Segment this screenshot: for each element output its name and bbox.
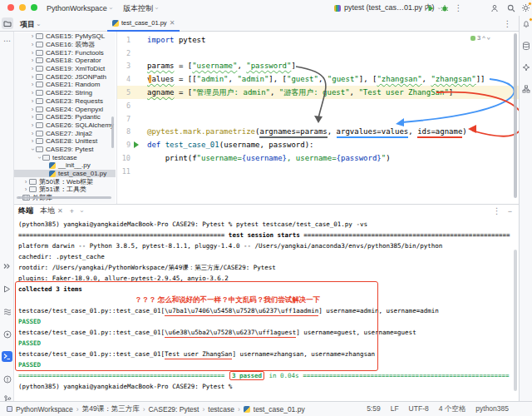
- ai-assistant-button[interactable]: [521, 62, 531, 72]
- tree-chevron-icon[interactable]: ›: [29, 106, 36, 113]
- text-segment: ]]: [476, 75, 485, 83]
- tree-item[interactable]: ›第51课：工具类: [14, 186, 116, 194]
- tree-item[interactable]: ›testcase: [14, 153, 116, 161]
- run-anything-button[interactable]: [2, 329, 12, 339]
- database-button[interactable]: [521, 41, 531, 51]
- tree-item[interactable]: ›CASE20: JSONPath: [14, 72, 116, 81]
- user-button[interactable]: [489, 2, 500, 13]
- notifications-button[interactable]: [521, 19, 531, 29]
- text-segment: ,: [328, 127, 337, 136]
- tree-chevron-icon[interactable]: ›: [29, 65, 36, 72]
- new-session-button[interactable]: +: [70, 207, 74, 215]
- python-interpreter[interactable]: python385: [475, 404, 509, 414]
- tree-chevron-icon[interactable]: ›: [29, 89, 36, 97]
- services-button[interactable]: [2, 306, 12, 317]
- tree-chevron-icon[interactable]: ›: [29, 130, 36, 137]
- tree-chevron-icon[interactable]: ›: [29, 41, 36, 48]
- tree-item[interactable]: ›CASE21: Random: [14, 81, 116, 89]
- tree-vertical-scrollbar[interactable]: [111, 116, 114, 148]
- breadcrumb-item[interactable]: testcase: [208, 405, 234, 414]
- services-icon: [3, 308, 12, 316]
- tree-chevron-icon[interactable]: ›: [29, 73, 36, 81]
- inspections-widget[interactable]: 3 ^ ^: [470, 34, 490, 42]
- tree-item[interactable]: ›CASE29: Pytest: [14, 146, 116, 154]
- structure-button[interactable]: [521, 84, 531, 94]
- tree-item[interactable]: ›CASE19: XmlToDict: [14, 65, 116, 73]
- workspace-menu[interactable]: PythonWorkspace ›: [47, 3, 112, 13]
- close-button[interactable]: [7, 4, 14, 11]
- tree-chevron-icon[interactable]: ›: [29, 57, 36, 64]
- tree-item[interactable]: ›CASE24: Openpyxl: [14, 105, 116, 113]
- vcs-menu[interactable]: 版本控制 ›: [123, 3, 158, 13]
- indent-setting[interactable]: 4 个空格: [439, 404, 466, 414]
- terminal-options-button[interactable]: ⋮: [493, 206, 501, 215]
- breadcrumb-item[interactable]: CASE29: Pytest: [148, 405, 199, 414]
- terminal-tab[interactable]: 本地 ✕: [40, 206, 63, 216]
- tab-options-button[interactable]: ⋮: [502, 18, 513, 29]
- more-tools-button[interactable]: ⋯: [2, 35, 12, 46]
- zoom-button[interactable]: [31, 4, 37, 11]
- file-encoding[interactable]: UTF-8: [409, 404, 429, 414]
- run-tool-button[interactable]: [2, 284, 12, 295]
- text-segment: "username": [192, 62, 237, 70]
- terminal-scrollbar[interactable]: [514, 250, 517, 391]
- terminal-output[interactable]: (python385) yangkai@yangkaideMacBook-Pro…: [14, 217, 514, 400]
- tree-chevron-icon[interactable]: ›: [29, 81, 36, 88]
- tree-item-label: CASE29: Pytest: [46, 146, 93, 153]
- user-icon: [490, 4, 499, 12]
- tree-chevron-icon[interactable]: ›: [36, 154, 43, 161]
- tree-item[interactable]: ›CASE17: Functools: [14, 48, 116, 57]
- tree-horizontal-scrollbar[interactable]: [17, 196, 111, 199]
- editor-scrollbar[interactable]: [514, 33, 517, 198]
- run-button[interactable]: [425, 2, 436, 13]
- tree-chevron-icon[interactable]: ›: [22, 186, 29, 193]
- caret-position[interactable]: 5:59: [367, 404, 381, 414]
- tree-item[interactable]: ›CASE25: Pydantic: [14, 113, 116, 121]
- debug-button[interactable]: [439, 2, 450, 13]
- close-icon[interactable]: ✕: [57, 207, 63, 215]
- hide-panel-button[interactable]: −: [508, 207, 512, 215]
- text-segment: ,: [350, 88, 359, 97]
- problems-button[interactable]: [2, 374, 12, 384]
- tree-chevron-icon[interactable]: ›: [22, 178, 29, 186]
- tree-chevron-icon[interactable]: ›: [29, 32, 36, 40]
- tree-item[interactable]: ›CASE28: Unittest: [14, 137, 116, 146]
- search-button[interactable]: [505, 2, 516, 13]
- tree-item[interactable]: ›CASE18: Operator: [14, 57, 116, 65]
- tree-chevron-icon[interactable]: ›: [29, 146, 37, 152]
- close-icon[interactable]: ✕: [170, 19, 175, 27]
- tree-chevron-icon[interactable]: ›: [29, 121, 36, 129]
- terminal-button[interactable]: [2, 351, 12, 362]
- settings-button[interactable]: [520, 2, 531, 13]
- next-problem-icon[interactable]: ^: [487, 34, 490, 42]
- chevron-down-icon[interactable]: ›: [78, 210, 85, 212]
- more-actions-button[interactable]: ⋮: [453, 2, 464, 13]
- breadcrumb-item[interactable]: test_case_01.py: [254, 405, 305, 414]
- text-segment: ,: [237, 62, 246, 70]
- tree-chevron-icon[interactable]: ›: [29, 97, 36, 105]
- project-panel-header[interactable]: 项目 ›: [20, 19, 40, 30]
- code-editor[interactable]: 1import pytest23params = ["username", "p…: [116, 32, 519, 204]
- breadcrumb-item[interactable]: 第49课：第三方库: [82, 404, 140, 414]
- code-area: 1import pytest23params = ["username", "p…: [117, 33, 519, 178]
- line-ending[interactable]: LF: [391, 404, 399, 414]
- tree-item[interactable]: ›__init__.py: [14, 161, 116, 170]
- minimize-button[interactable]: [19, 4, 26, 11]
- tree-item-label: __init__.py: [58, 161, 91, 169]
- tree-item[interactable]: ›CASE22: String: [14, 89, 116, 97]
- tree-item[interactable]: ›CASE23: Requests: [14, 97, 116, 106]
- tree-chevron-icon[interactable]: ›: [29, 49, 36, 57]
- breadcrumb-item[interactable]: PythonWorkspace: [16, 405, 73, 414]
- notification-dot: [529, 17, 532, 22]
- tree-item[interactable]: ›CASE27: Jinja2: [14, 129, 116, 137]
- run-test-icon[interactable]: [131, 141, 142, 148]
- tree-chevron-icon[interactable]: ›: [29, 137, 36, 145]
- text-segment: ] username=guest, username=guest: [296, 329, 416, 336]
- tree-chevron-icon[interactable]: ›: [29, 113, 36, 121]
- python-console-button[interactable]: [2, 261, 12, 272]
- editor-tab[interactable]: test_case_01.py ✕: [107, 16, 180, 32]
- tree-item[interactable]: ›CASE26: SQLAlchemy: [14, 121, 116, 130]
- tree-item[interactable]: ›CASE16: 装饰器: [14, 41, 116, 49]
- project-tool-button[interactable]: [2, 17, 13, 29]
- prev-problem-icon[interactable]: ^: [482, 34, 485, 42]
